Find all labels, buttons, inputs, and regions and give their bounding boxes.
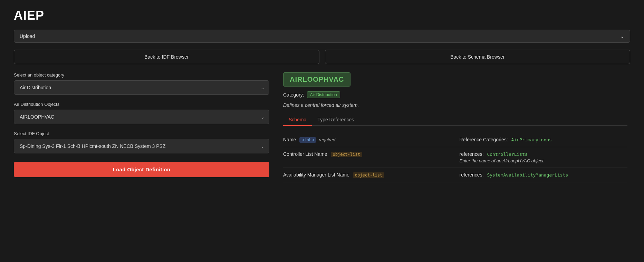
category-badge: Air Distribution — [307, 91, 340, 98]
category-label-text: Category: — [283, 92, 304, 98]
back-schema-button[interactable]: Back to Schema Browser — [325, 50, 631, 64]
objects-select-wrapper: AIRLOOPHVAC ⌄ — [14, 110, 269, 124]
field-type-object-list: object-list — [353, 172, 384, 178]
category-row: Category: Air Distribution — [283, 91, 627, 98]
field-ref-categories: Reference Categories: AirPrimaryLoops — [460, 137, 628, 142]
ref-desc-controller: Enter the name of an AirLoopHVAC object. — [460, 158, 628, 163]
tab-schema[interactable]: Schema — [283, 114, 312, 126]
left-panel: Select an object category Air Distributi… — [14, 72, 269, 254]
field-required: required — [319, 137, 335, 142]
field-name-name: Name alpha required — [283, 137, 451, 143]
object-description: Defines a central forced air system. — [283, 102, 627, 108]
load-object-button[interactable]: Load Object Definition — [14, 162, 269, 177]
back-idf-button[interactable]: Back to IDF Browser — [14, 50, 319, 64]
category-label: Select an object category — [14, 72, 269, 78]
right-panel: AIRLOOPHVAC Category: Air Distribution D… — [283, 72, 630, 254]
chevron-down-icon: ⌄ — [620, 33, 624, 39]
object-title-badge: AIRLOOPHVAC — [283, 72, 350, 87]
field-name-controller: Controller List Name object-list — [283, 151, 451, 157]
field-type-alpha: alpha — [299, 137, 316, 143]
app-title: AIEP — [14, 8, 630, 23]
category-select-wrapper: Air Distribution ⌄ — [14, 80, 269, 95]
objects-select[interactable]: AIRLOOPHVAC — [14, 110, 269, 124]
upload-label: Upload — [20, 33, 35, 39]
ref-value-systemavailability: SystemAvailabilityManagerLists — [487, 172, 568, 178]
schema-row: Availability Manager List Name object-li… — [283, 168, 627, 182]
category-select[interactable]: Air Distribution — [14, 80, 269, 95]
ref-value-controllerlists: ControllerLists — [487, 152, 527, 157]
field-ref-availability: references: SystemAvailabilityManagerLis… — [460, 172, 628, 178]
tab-type-references[interactable]: Type References — [312, 114, 359, 125]
main-content: Select an object category Air Distributi… — [14, 72, 630, 254]
objects-label: Air Distribution Objects — [14, 102, 269, 107]
schema-row: Controller List Name object-list referen… — [283, 147, 627, 168]
upload-dropdown[interactable]: Upload ⌄ — [14, 30, 630, 43]
field-type-object-list: object-list — [331, 152, 362, 157]
ref-value-airprimaryloops: AirPrimaryLoops — [511, 137, 551, 142]
idf-select[interactable]: Sp-Dining Sys-3 Flr-1 Sch-B HPlcmt-south… — [14, 139, 269, 153]
nav-buttons: Back to IDF Browser Back to Schema Brows… — [14, 50, 630, 64]
idf-label: Select IDF Object — [14, 131, 269, 136]
idf-select-wrapper: Sp-Dining Sys-3 Flr-1 Sch-B HPlcmt-south… — [14, 139, 269, 153]
field-name-availability: Availability Manager List Name object-li… — [283, 172, 451, 178]
schema-content: Name alpha required Reference Categories… — [283, 133, 627, 182]
tabs-row: Schema Type References — [283, 114, 627, 126]
schema-row: Name alpha required Reference Categories… — [283, 133, 627, 147]
field-ref-controllerlists: references: ControllerLists Enter the na… — [460, 151, 628, 163]
